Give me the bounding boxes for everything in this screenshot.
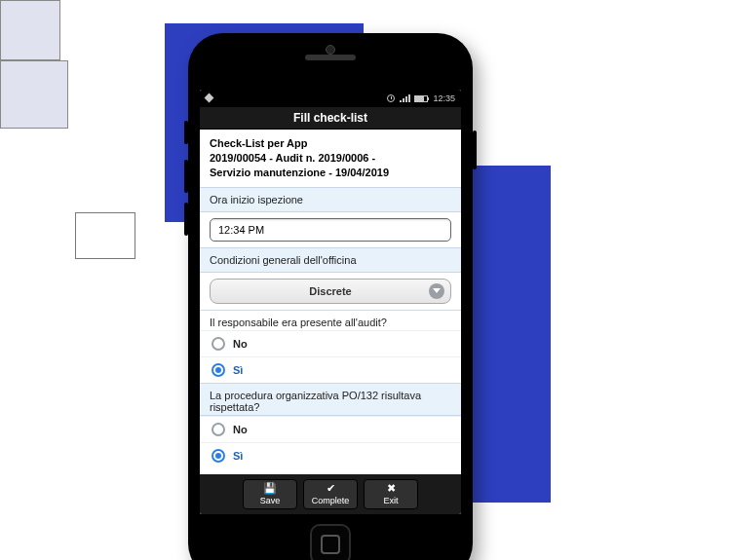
status-time: 12:35: [433, 93, 455, 103]
save-icon: 💾: [263, 483, 277, 494]
save-label: Save: [260, 496, 281, 505]
close-icon: ✖: [387, 483, 396, 494]
bg-square-5: [0, 60, 68, 129]
inspection-start-input[interactable]: [210, 218, 451, 242]
radio-procedure-no[interactable]: No: [200, 416, 461, 442]
radio-icon: [212, 363, 225, 377]
question-procedure-respected: La procedura organizzativa PO/132 risult…: [200, 383, 461, 416]
phone-side-button: [184, 160, 188, 193]
signal-icon: [400, 94, 409, 102]
phone-frame: 12:35 Fill check-list Check-List per App…: [188, 33, 473, 560]
content-area: Check-List per App 2019/00054 - Audit n.…: [200, 130, 461, 474]
app-indicator-icon: [205, 93, 214, 103]
radio-label: No: [233, 338, 248, 350]
phone-screen: 12:35 Fill check-list Check-List per App…: [200, 90, 461, 514]
status-bar: 12:35: [200, 90, 461, 107]
bg-square-4: [0, 0, 60, 60]
radio-icon: [212, 423, 225, 436]
header-line-2: 2019/00054 - Audit n. 2019/0006 -: [210, 151, 451, 166]
complete-label: Complete: [312, 496, 350, 505]
field-label-inspection-start: Ora inizio ispezione: [200, 187, 461, 212]
phone-side-button: [473, 131, 477, 169]
screen-title: Fill check-list: [200, 107, 461, 130]
workshop-conditions-select[interactable]: Discrete: [210, 279, 451, 304]
chevron-down-icon: [429, 283, 444, 299]
radio-procedure-yes[interactable]: Sì: [200, 442, 461, 468]
radio-responsible-yes[interactable]: Sì: [200, 356, 461, 383]
complete-button[interactable]: ✔ Complete: [303, 479, 358, 509]
save-button[interactable]: 💾 Save: [243, 479, 297, 509]
radio-label: No: [233, 424, 248, 435]
header-line-3: Servizio manutenzione - 19/04/2019: [210, 166, 451, 180]
workshop-conditions-value: Discrete: [309, 285, 351, 297]
alarm-icon: [387, 94, 395, 102]
exit-button[interactable]: ✖ Exit: [364, 479, 418, 509]
bg-square-3: [75, 212, 135, 259]
exit-label: Exit: [383, 496, 398, 505]
battery-icon: [414, 95, 428, 102]
radio-icon: [212, 337, 225, 351]
radio-icon: [212, 449, 225, 463]
header-line-1: Check-List per App: [210, 136, 451, 151]
phone-side-button: [184, 121, 188, 144]
home-button[interactable]: [310, 524, 351, 560]
question-responsible-present: Il responsabile era presente all'audit?: [200, 310, 461, 330]
phone-side-button: [184, 203, 188, 236]
check-icon: ✔: [327, 483, 335, 494]
radio-responsible-no[interactable]: No: [200, 330, 461, 356]
radio-label: Sì: [233, 450, 243, 462]
field-label-workshop-conditions: Condizioni generali dell'officina: [200, 247, 461, 273]
bottom-toolbar: 💾 Save ✔ Complete ✖ Exit: [200, 474, 461, 514]
radio-label: Sì: [233, 364, 243, 376]
checklist-header: Check-List per App 2019/00054 - Audit n.…: [200, 130, 461, 187]
